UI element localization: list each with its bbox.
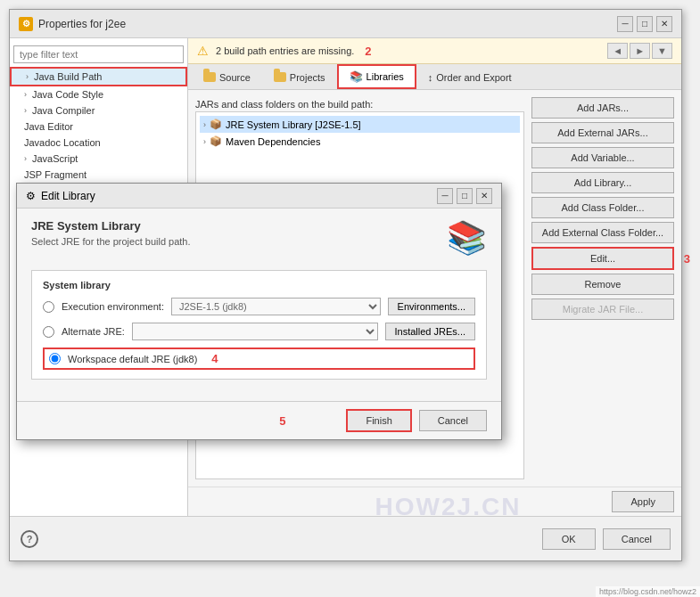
- nav-back-button[interactable]: ◄: [607, 43, 628, 59]
- list-icon: ↕: [428, 72, 433, 83]
- sidebar-item-java-code-style[interactable]: › Java Code Style: [10, 86, 187, 102]
- properties-window-icon: ⚙: [19, 17, 33, 31]
- tree-item-maven-label: Maven Dependencies: [226, 136, 320, 147]
- window-title: Properties for j2ee: [38, 18, 126, 30]
- dialog-maximize-button[interactable]: □: [457, 188, 473, 204]
- help-button[interactable]: ?: [21, 530, 38, 548]
- tree-arrow-icon: ›: [203, 120, 206, 129]
- cancel-button[interactable]: Cancel: [603, 528, 671, 550]
- execution-env-row: Execution environment: J2SE-1.5 (jdk8) E…: [43, 298, 475, 315]
- installed-jres-button[interactable]: Installed JREs...: [385, 323, 475, 340]
- arrow-icon: ›: [24, 106, 27, 115]
- migrate-jar-button: Migrate JAR File...: [531, 298, 674, 320]
- dialog-cancel-button[interactable]: Cancel: [419, 410, 487, 431]
- finish-button[interactable]: Finish: [346, 409, 411, 432]
- environments-button[interactable]: Environments...: [388, 298, 475, 315]
- title-bar: ⚙ Properties for j2ee ─ □ ✕: [10, 10, 681, 38]
- arrow-icon: ›: [26, 72, 29, 81]
- sidebar-item-java-editor[interactable]: Java Editor: [10, 119, 187, 135]
- sidebar-item-label: JSP Fragment: [24, 169, 86, 180]
- step-4-label: 4: [211, 352, 218, 365]
- workspace-jre-row: Workspace default JRE (jdk8) 4: [43, 348, 475, 370]
- remove-button[interactable]: Remove: [531, 274, 674, 295]
- execution-env-radio[interactable]: [43, 301, 54, 313]
- tab-projects[interactable]: Projects: [262, 64, 337, 89]
- tab-bar: Source Projects 📚 Libraries ↕ Order and …: [188, 64, 681, 90]
- tab-libraries[interactable]: 📚 Libraries: [337, 64, 416, 89]
- tree-item-maven[interactable]: › 📦 Maven Dependencies: [200, 133, 520, 150]
- dialog-header-section: JRE System Library Select JRE for the pr…: [31, 219, 487, 259]
- nav-dropdown-button[interactable]: ▼: [652, 43, 672, 59]
- dialog-title-bar: ⚙ Edit Library ─ □ ✕: [17, 184, 501, 209]
- workspace-jre-label: Workspace default JRE (jdk8): [68, 354, 197, 364]
- nav-forward-button[interactable]: ►: [630, 43, 650, 59]
- sidebar-item-label: JavaScript: [32, 153, 78, 164]
- tree-item-jre-label: JRE System Library [J2SE-1.5]: [226, 119, 361, 130]
- alternate-jre-row: Alternate JRE: Installed JREs...: [43, 323, 475, 340]
- add-class-folder-button[interactable]: Add Class Folder...: [531, 197, 674, 218]
- add-library-button[interactable]: Add Library...: [531, 172, 674, 193]
- sidebar-item-label: Java Build Path: [34, 71, 102, 82]
- ok-button[interactable]: OK: [542, 528, 596, 550]
- folder-icon: [203, 72, 216, 82]
- dialog-close-button[interactable]: ✕: [476, 188, 492, 204]
- action-buttons-panel: Add JARs... Add External JARs... Add Var…: [531, 97, 674, 479]
- dialog-title-controls: ─ □ ✕: [437, 188, 492, 204]
- step-5-label: 5: [279, 414, 285, 428]
- sidebar-item-java-build-path[interactable]: › Java Build Path: [10, 67, 187, 86]
- add-external-jars-button[interactable]: Add External JARs...: [531, 122, 674, 143]
- sidebar-item-label: Java Compiler: [32, 105, 95, 116]
- title-bar-left: ⚙ Properties for j2ee: [19, 17, 126, 31]
- apply-row: Apply: [188, 487, 681, 516]
- add-variable-button[interactable]: Add Variable...: [531, 147, 674, 168]
- alternate-jre-select[interactable]: [132, 323, 378, 340]
- tree-arrow-icon: ›: [203, 137, 206, 146]
- maximize-button[interactable]: □: [637, 16, 653, 32]
- arrow-icon: ›: [24, 154, 27, 163]
- dialog-body: JRE System Library Select JRE for the pr…: [17, 209, 501, 401]
- tab-projects-label: Projects: [290, 72, 325, 83]
- execution-env-select[interactable]: J2SE-1.5 (jdk8): [171, 298, 381, 315]
- dialog-title-icon: ⚙: [26, 190, 36, 202]
- folder-icon: [274, 72, 286, 82]
- edit-btn-wrapper: 3 Edit...: [531, 247, 674, 270]
- tab-source[interactable]: Source: [192, 64, 262, 89]
- books-icon: 📚: [447, 219, 487, 259]
- dialog-title-text: Edit Library: [41, 190, 95, 202]
- sidebar-item-java-compiler[interactable]: › Java Compiler: [10, 102, 187, 119]
- sidebar-item-javascript[interactable]: › JavaScript: [10, 151, 187, 167]
- build-path-description: JARs and class folders on the build path…: [195, 97, 524, 111]
- arrow-icon: ›: [24, 90, 27, 99]
- apply-button[interactable]: Apply: [612, 491, 674, 512]
- jre-icon: 📦: [210, 119, 222, 130]
- add-jars-button[interactable]: Add JARs...: [531, 97, 674, 119]
- dialog-minimize-button[interactable]: ─: [437, 188, 453, 204]
- sidebar-item-label: Java Editor: [24, 121, 73, 132]
- title-controls: ─ □ ✕: [617, 16, 672, 32]
- edit-library-dialog: ⚙ Edit Library ─ □ ✕ JRE System Library …: [16, 183, 502, 440]
- alternate-jre-radio[interactable]: [43, 326, 54, 338]
- execution-env-label: Execution environment:: [62, 301, 164, 312]
- step-3-label: 3: [684, 252, 690, 266]
- dialog-library-description: Select JRE for the project build path.: [31, 236, 191, 247]
- nav-arrows: ◄ ► ▼: [607, 43, 672, 59]
- minimize-button[interactable]: ─: [617, 16, 633, 32]
- close-button[interactable]: ✕: [656, 16, 672, 32]
- filter-input[interactable]: [13, 45, 184, 63]
- tree-item-jre[interactable]: › 📦 JRE System Library [J2SE-1.5]: [200, 116, 520, 133]
- warning-bar: ⚠ 2 build path entries are missing. 2 ◄ …: [188, 38, 681, 64]
- warning-text: 2 build path entries are missing.: [216, 45, 354, 56]
- workspace-jre-radio[interactable]: [49, 353, 61, 364]
- maven-icon: 📦: [210, 135, 222, 147]
- add-external-class-folder-button[interactable]: Add External Class Folder...: [531, 222, 674, 243]
- sidebar-item-javadoc-location[interactable]: Javadoc Location: [10, 135, 187, 151]
- dialog-header-text: JRE System Library Select JRE for the pr…: [31, 219, 191, 247]
- sidebar-item-label: Javadoc Location: [24, 137, 101, 148]
- tab-order-and-export[interactable]: ↕ Order and Export: [416, 64, 523, 89]
- dialog-title-left: ⚙ Edit Library: [26, 190, 95, 202]
- books-emoji: 📚: [447, 219, 487, 256]
- sidebar-item-jsp-fragment[interactable]: JSP Fragment: [10, 167, 187, 183]
- sidebar-item-label: Java Code Style: [32, 89, 103, 100]
- edit-button[interactable]: Edit...: [531, 247, 674, 270]
- system-library-section: System library Execution environment: J2…: [31, 270, 487, 380]
